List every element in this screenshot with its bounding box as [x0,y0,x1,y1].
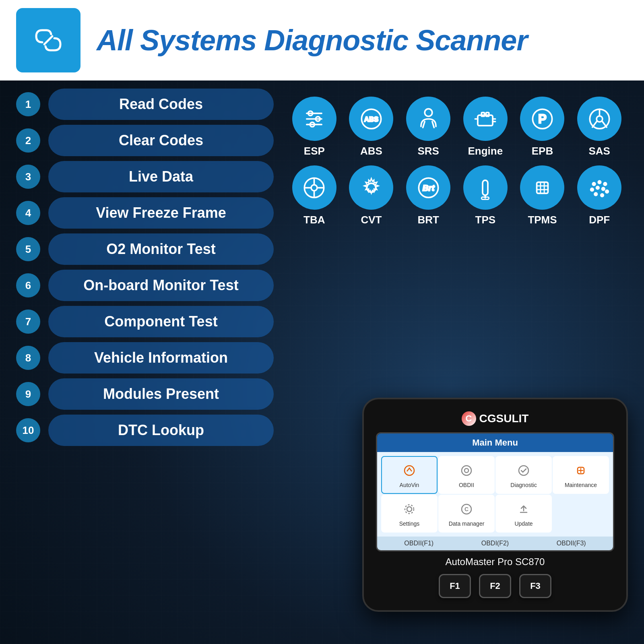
screen-icon-Update [515,500,533,518]
screen-item-diagnostic[interactable]: Diagnostic [495,456,552,494]
menu-item-4: 4 View Freeze Frame [16,197,274,229]
left-menu: 1 Read Codes 2 Clear Codes 3 Live Data 4… [16,89,274,446]
menu-item-6: 6 On-board Monitor Test [16,270,274,301]
menu-label-5: O2 Monitor Test [48,233,274,265]
fkey-f3[interactable]: F3 [519,574,551,598]
menu-number-8: 8 [16,346,40,370]
screen-label-Maintenance: Maintenance [565,482,597,488]
screen-title: Main Menu [377,433,613,452]
screen-icon-Settings [400,500,418,518]
screen-item-data-manager[interactable]: C Data manager [438,495,495,533]
screen-label-OBDII: OBDII [459,482,474,488]
system-name-engine: Engine [468,145,503,157]
menu-label-8: Vehicle Information [48,342,274,374]
screen-item-maintenance[interactable]: Maintenance [553,456,609,494]
svg-point-49 [594,192,597,195]
system-name-tps: TPS [475,214,496,226]
system-circle-esp [292,97,336,141]
brand-logo: C [462,411,476,426]
menu-label-9: Modules Present [48,378,274,410]
fkey-f1[interactable]: F1 [439,574,471,598]
menu-number-3: 3 [16,165,40,189]
screen-label-Update: Update [514,520,533,527]
menu-item-5: 5 O2 Monitor Test [16,233,274,265]
system-icon-brt: Brt BRT [404,165,453,226]
system-icon-abs: ABS ABS [347,97,396,157]
system-name-abs: ABS [360,145,382,157]
screen-item-settings[interactable]: Settings [381,495,438,533]
menu-item-3: 3 Live Data [16,161,274,192]
menu-number-7: 7 [16,310,40,334]
svg-point-9 [425,109,432,116]
menu-item-2: 2 Clear Codes [16,125,274,156]
system-name-srs: SRS [417,145,439,157]
svg-line-23 [592,121,597,127]
logo-icon [28,20,68,60]
screen-grid: AutoVin OBDII Diagnostic Maintenance Set… [377,452,613,537]
system-icon-esp: ESP [290,97,339,157]
svg-point-47 [602,187,605,190]
svg-line-10 [423,122,425,128]
screen-icon-Diagnostic [515,462,533,479]
screen-bottom-item: OBDI(F2) [481,540,509,547]
svg-rect-34 [483,180,488,195]
system-icon-engine: Engine [461,97,510,157]
screen-label-Data manager: Data manager [449,520,485,527]
svg-line-0 [44,36,52,44]
screen-item-update[interactable]: Update [495,495,552,533]
svg-point-53 [464,469,469,473]
screen-label-Settings: Settings [399,520,420,527]
fkey-f2[interactable]: F2 [479,574,511,598]
screen-item-obdii[interactable]: OBDII [438,456,495,494]
header-title: All Systems Diagnostic Scanner [97,24,527,57]
screen-icon-OBDII [458,462,475,479]
svg-point-42 [592,182,595,185]
system-name-esp: ESP [304,145,325,157]
system-icon-tps: TPS [461,165,510,226]
screen-label-Diagnostic: Diagnostic [510,482,537,488]
logo-box [16,8,80,72]
menu-label-6: On-board Monitor Test [48,270,274,301]
device-buttons: F1F2F3 [376,574,614,598]
svg-point-46 [596,186,599,189]
svg-point-51 [405,466,414,475]
system-name-tpms: TPMS [528,214,557,226]
screen-icon-AutoVin [400,462,418,479]
menu-item-9: 9 Modules Present [16,378,274,410]
menu-label-3: Live Data [48,161,274,192]
screen-icon-Maintenance [572,462,590,479]
svg-line-24 [602,121,607,127]
menu-label-2: Clear Codes [48,125,274,156]
menu-item-7: 7 Component Test [16,306,274,337]
svg-point-48 [605,190,608,193]
svg-line-11 [432,122,434,128]
svg-point-52 [462,466,471,475]
svg-text:Brt: Brt [422,183,435,192]
svg-rect-12 [478,115,493,126]
device-screen: Main Menu AutoVin OBDII Diagnostic Maint… [376,432,614,551]
system-icon-sas: SAS [575,97,624,157]
system-icon-srs: SRS [404,97,453,157]
screen-bottom: OBDII(F1)OBDI(F2)OBDII(F3) [377,537,613,550]
system-circle-brt: Brt [406,165,450,210]
device-model: AutoMaster Pro SC870 [376,556,614,568]
system-circle-engine [463,97,508,141]
system-name-brt: BRT [417,214,439,226]
menu-number-1: 1 [16,92,40,116]
screen-icon-Data manager: C [458,500,475,518]
screen-item-autovin[interactable]: AutoVin [381,456,438,494]
device: C CGSULIT Main Menu AutoVin OBDII Diagno… [362,398,628,612]
screen-label-AutoVin: AutoVin [400,482,419,488]
system-icon-tpms: TPMS [518,165,567,226]
svg-point-58 [407,507,412,512]
system-circle-srs [406,97,450,141]
svg-point-50 [601,194,603,196]
menu-item-1: 1 Read Codes [16,89,274,120]
system-circle-tpms [520,165,564,210]
menu-number-9: 9 [16,382,40,406]
device-brand: C CGSULIT [376,411,614,426]
system-name-cvt: CVT [361,214,382,226]
menu-number-6: 6 [16,273,40,297]
device-container: C CGSULIT Main Menu AutoVin OBDII Diagno… [362,398,628,612]
svg-point-59 [405,505,414,514]
